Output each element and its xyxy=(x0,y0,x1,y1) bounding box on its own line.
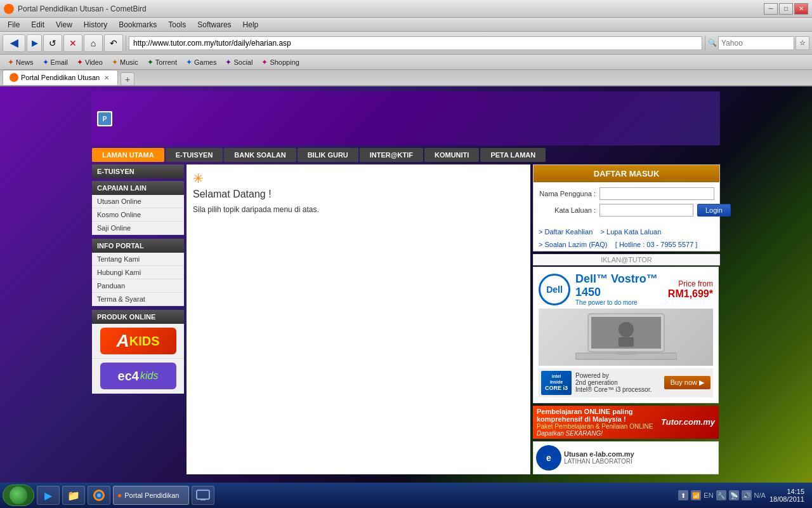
tab-favicon xyxy=(10,73,18,82)
sidebar: E-TUISYEN CAPAIAN LAIN Utusan Online Kos… xyxy=(92,164,184,474)
bookmark-video[interactable]: ✦ Video xyxy=(73,57,107,67)
bookmarks-bar: ✦ News ✦ Email ✦ Video ✦ Music ✦ Torrent… xyxy=(0,55,812,70)
sidebar-link-utusan[interactable]: Utusan Online xyxy=(92,195,184,208)
banner1-logo: Tutor.com.my xyxy=(661,417,715,427)
sidebar-link-terma[interactable]: Terma & Syarat xyxy=(92,293,184,306)
intel-desc-text: Powered by2nd generationIntel® Core™ i3 … xyxy=(575,372,660,393)
tabbar: Portal Pendidikan Utusan ✕ + xyxy=(0,70,812,86)
password-input[interactable] xyxy=(599,204,693,217)
start-button[interactable] xyxy=(3,485,34,506)
ad-banner-1[interactable]: Pembelajaran ONLINE paling komprehensif … xyxy=(533,406,719,439)
nav-bank-soalan[interactable]: BANK SOALAN xyxy=(224,148,296,162)
search-input[interactable] xyxy=(718,36,794,50)
soalan-link[interactable]: > Soalan Lazim (FAQ) xyxy=(539,241,608,248)
banner1-title: Pembelajaran ONLINE paling komprehensif … xyxy=(537,408,661,423)
bookmark-games[interactable]: ✦ Games xyxy=(182,57,220,67)
maximize-button[interactable]: □ xyxy=(779,3,793,15)
bookmark-torrent[interactable]: ✦ Torrent xyxy=(143,57,181,67)
bookmark-music[interactable]: ✦ Music xyxy=(108,57,142,67)
bookmark-email[interactable]: ✦ Email xyxy=(39,57,72,67)
bookmark-torrent-label: Torrent xyxy=(155,58,177,66)
menu-tools[interactable]: Tools xyxy=(163,19,191,30)
daftar-link[interactable]: > Daftar Keahlian xyxy=(539,228,593,236)
menu-bookmarks[interactable]: Bookmarks xyxy=(114,19,162,30)
new-tab-button[interactable]: + xyxy=(121,72,134,85)
close-button[interactable]: ✕ xyxy=(794,3,808,15)
nav-laman-utama[interactable]: LAMAN UTAMA xyxy=(92,148,164,162)
address-bar[interactable] xyxy=(129,36,702,50)
menu-softwares[interactable]: Softwares xyxy=(192,19,236,30)
taskbar-folder[interactable]: 📁 xyxy=(62,486,85,505)
main-layout: E-TUISYEN CAPAIAN LAIN Utusan Online Kos… xyxy=(92,164,720,474)
username-row: Nama Pengguna : xyxy=(539,187,714,200)
cometbird-icon: ● xyxy=(117,491,122,500)
produk-akids[interactable]: A KIDS xyxy=(92,324,184,359)
forward-button[interactable]: ▶ xyxy=(27,34,42,52)
password-label: Kata Laluan : xyxy=(539,206,596,214)
bookmark-news[interactable]: ✦ News xyxy=(4,57,37,67)
home-button[interactable]: ⌂ xyxy=(84,34,103,52)
nav-bilik-guru[interactable]: BILIK GURU xyxy=(298,148,358,162)
nav-interaktif[interactable]: INTER@KTIF xyxy=(360,148,423,162)
search-star-button[interactable]: ☆ xyxy=(796,36,809,50)
dell-price-value: RM1,699* xyxy=(668,288,713,300)
dell-brand-text: Dell xyxy=(546,284,563,295)
tab-close-button[interactable]: ✕ xyxy=(102,73,111,82)
reload-button[interactable]: ↺ xyxy=(43,34,62,52)
elab-icon: e xyxy=(536,445,561,471)
minimize-button[interactable]: ─ xyxy=(764,3,778,15)
dell-tm: ™ xyxy=(596,272,608,285)
bookmark-shopping[interactable]: ✦ Shopping xyxy=(258,57,303,67)
right-panel: DAFTAR MASUK Nama Pengguna : Kata Laluan… xyxy=(533,164,720,474)
menu-file[interactable]: File xyxy=(3,19,25,30)
taskbar-screen[interactable] xyxy=(192,486,214,505)
nav-peta-laman[interactable]: PETA LAMAN xyxy=(480,148,546,162)
lupa-link[interactable]: > Lupa Kata Laluan xyxy=(601,228,662,236)
back-button[interactable]: ◀ xyxy=(3,34,25,52)
dell-price-from: Price from xyxy=(668,279,713,288)
bookmark-news-label: News xyxy=(16,58,34,66)
svg-rect-12 xyxy=(200,499,206,500)
sidebar-info-title: INFO PORTAL xyxy=(92,239,184,253)
clock-time: 14:15 xyxy=(769,488,804,495)
home-icon: ⌂ xyxy=(91,38,96,48)
stop-button[interactable]: ✕ xyxy=(63,34,82,52)
tab-portal[interactable]: Portal Pendidikan Utusan ✕ xyxy=(3,70,118,85)
dell-price-area: Price from RM1,699* xyxy=(668,279,713,300)
menu-history[interactable]: History xyxy=(79,19,112,30)
taskbar-browser-active[interactable]: ● Portal Pendidikan xyxy=(113,486,189,505)
buy-now-button[interactable]: Buy now ▶ xyxy=(664,376,710,389)
taskbar-media-player[interactable]: ▶ xyxy=(37,486,60,505)
bookmark-social[interactable]: ✦ Social xyxy=(221,57,256,67)
akids-a-letter: A xyxy=(116,331,129,351)
sidebar-link-hubungi[interactable]: Hubungi Kami xyxy=(92,266,184,279)
svg-point-10 xyxy=(97,493,101,497)
tray-icons: ⬆ 📶 EN 🔧 📡 🔊 N/A xyxy=(678,490,766,500)
dell-tagline-text: The power to do more xyxy=(575,299,663,306)
login-button[interactable]: Login xyxy=(697,204,731,217)
menu-help[interactable]: Help xyxy=(238,19,264,30)
sidebar-link-panduan[interactable]: Panduan xyxy=(92,279,184,293)
ad-banner-2[interactable]: e Utusan e-lab.com.my LATIHAN LABORATORI xyxy=(533,441,719,474)
sidebar-link-saji[interactable]: Saji Online xyxy=(92,222,184,235)
history-icon: ↶ xyxy=(110,38,117,48)
intel-inside-text: intel xyxy=(545,373,568,379)
menu-view[interactable]: View xyxy=(51,19,77,30)
nav-etuisyen[interactable]: E-TUISYEN xyxy=(166,148,223,162)
ad-label: IKLAN@TUTOR xyxy=(533,254,720,265)
email-icon: ✦ xyxy=(43,58,49,67)
history-button[interactable]: ↶ xyxy=(104,34,123,52)
dell-ad: Dell Dell™ Vostro™ 1450 The power to do … xyxy=(533,267,719,403)
sidebar-link-tentang[interactable]: Tentang Kami xyxy=(92,253,184,266)
site-header: P xyxy=(92,91,720,145)
sidebar-link-kosmo[interactable]: Kosmo Online xyxy=(92,208,184,222)
nav-komuniti[interactable]: KOMUNITI xyxy=(424,148,479,162)
dell-header: Dell Dell™ Vostro™ 1450 The power to do … xyxy=(539,272,713,306)
menu-edit[interactable]: Edit xyxy=(26,19,49,30)
welcome-instruction: Sila pilih topik daripada menu di atas. xyxy=(193,205,524,214)
titlebar: Portal Pendidikan Utusan - CometBird ─ □… xyxy=(0,0,812,18)
network-icon: 📶 xyxy=(691,490,701,500)
taskbar-firefox[interactable] xyxy=(88,486,110,505)
produk-ec4kids[interactable]: ec4 kids xyxy=(92,359,184,394)
username-input[interactable] xyxy=(599,187,714,200)
